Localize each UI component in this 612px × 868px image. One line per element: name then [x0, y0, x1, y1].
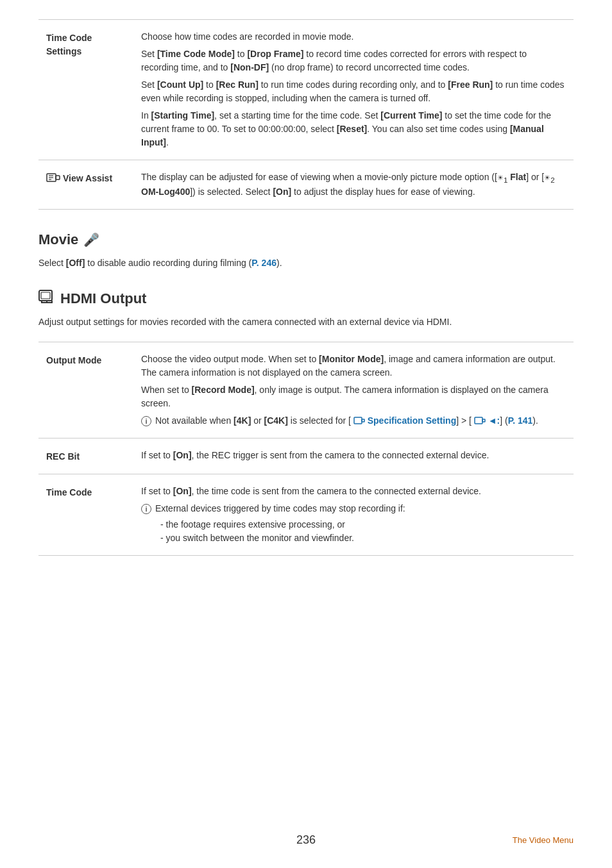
p141-link2[interactable]: P. 141: [508, 415, 533, 426]
hdmi-icon: [38, 288, 55, 309]
rec-bit-content: If set to [On], the REC trigger is sent …: [128, 438, 574, 474]
time-code-settings-table: Time CodeSettings Choose how time codes …: [38, 19, 574, 210]
movie-intro: Select [Off] to disable audio recording …: [38, 256, 574, 270]
time-code-hdmi-content: If set to [On], the time code is sent fr…: [128, 474, 574, 556]
time-code-row: Time CodeSettings Choose how time codes …: [38, 20, 574, 160]
movie-heading: Movie 🎤: [38, 229, 574, 250]
bullet-item-2: you switch between the monitor and viewf…: [154, 531, 566, 545]
page-footer: 236 The Video Menu: [0, 831, 612, 849]
svg-rect-8: [354, 417, 362, 424]
time-code-label: Time CodeSettings: [38, 20, 128, 160]
hdmi-heading: HDMI Output: [38, 288, 574, 309]
output-mode-row: Output Mode Choose the video output mode…: [38, 342, 574, 438]
rec-bit-label: REC Bit: [38, 438, 128, 474]
mic-icon: 🎤: [83, 230, 99, 249]
svg-rect-1: [56, 176, 60, 179]
rec-bit-row: REC Bit If set to [On], the REC trigger …: [38, 438, 574, 474]
svg-rect-7: [41, 292, 50, 299]
output-mode-label: Output Mode: [38, 342, 128, 438]
hdmi-settings-table: Output Mode Choose the video output mode…: [38, 342, 574, 556]
time-code-content: Choose how time codes are recorded in mo…: [128, 20, 574, 160]
svg-rect-10: [475, 417, 482, 424]
hdmi-title-text: HDMI Output: [60, 288, 146, 309]
info-icon: i: [141, 416, 151, 426]
view-assist-label: View Assist: [38, 160, 128, 210]
info-icon-2: i: [141, 504, 151, 514]
time-code-hdmi-label: Time Code: [38, 474, 128, 556]
movie-title-text: Movie: [38, 229, 78, 250]
view-assist-row: View Assist The display can be adjusted …: [38, 160, 574, 210]
output-mode-content: Choose the video output mode. When set t…: [128, 342, 574, 438]
bullet-item-1: the footage requires extensive processin…: [154, 518, 566, 531]
movie-link[interactable]: P. 246: [251, 258, 276, 268]
svg-rect-11: [482, 419, 485, 422]
specification-link[interactable]: Specification Setting: [368, 415, 456, 426]
svg-rect-9: [362, 419, 364, 422]
hdmi-intro: Adjust output settings for movies record…: [38, 315, 574, 329]
view-assist-text: View Assist: [63, 172, 112, 185]
bullet-list: the footage requires extensive processin…: [154, 518, 566, 545]
p141-link[interactable]: ◄:: [488, 415, 500, 426]
movie-section: Movie 🎤 Select [Off] to disable audio re…: [38, 229, 574, 270]
time-code-hdmi-row: Time Code If set to [On], the time code …: [38, 474, 574, 556]
view-assist-content: The display can be adjusted for ease of …: [128, 160, 574, 210]
footer-menu-link[interactable]: The Video Menu: [513, 834, 574, 847]
view-assist-icon: [46, 172, 60, 187]
hdmi-section: HDMI Output Adjust output settings for m…: [38, 288, 574, 329]
